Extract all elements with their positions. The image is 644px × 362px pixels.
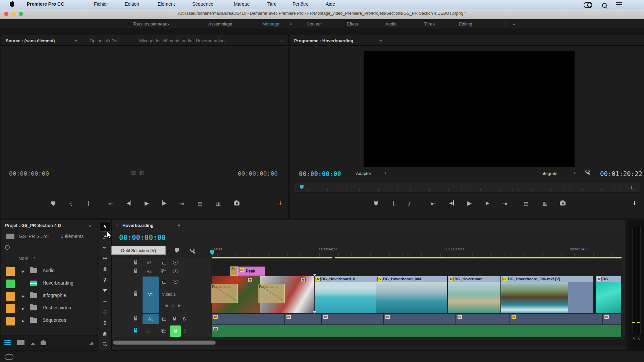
pen-tool-icon[interactable] [102,320,108,325]
label-color-swatch[interactable] [6,280,15,288]
meter-solo-right[interactable]: S [637,337,640,341]
v1-clip-7[interactable]: DG fx [595,276,622,313]
a1-clip-4[interactable]: fx [384,313,456,325]
solo-button-a1[interactable]: S [183,316,186,321]
v1-clip-4[interactable]: DG_Hoverboard_004. fx [376,276,447,313]
workspace-tab-assemblage[interactable]: Assemblage [208,21,232,26]
source-play-icon[interactable]: ▶ [145,200,149,207]
a1-clip-1[interactable]: fx [212,313,285,325]
a2-music-clip[interactable]: fx [212,325,622,338]
menu-aide[interactable]: Aide [326,1,335,7]
label-color-swatch[interactable] [6,317,15,325]
track-label-v2[interactable]: V2 [147,269,152,274]
disclosure-icon[interactable]: ▶ [22,294,24,298]
source-goto-in-icon[interactable]: ⇤ [108,200,113,207]
next-keyframe-icon[interactable]: ▶ [178,303,181,308]
workspace-tab-editing[interactable]: Editing [459,21,472,26]
fit-dropdown[interactable]: Adapter [356,171,371,176]
menu-titre[interactable]: Titre [267,1,276,7]
source-step-fwd-icon[interactable]: ▶ [162,200,167,205]
program-step-back-icon[interactable]: ◀ [449,200,454,205]
track-name-video1[interactable]: Vidéo 1 [162,292,175,297]
track-lock-icon[interactable] [134,270,137,273]
transition-fondu-au-noir[interactable]: Fondu au n [258,284,285,303]
source-panel-menu-icon[interactable]: ≡ [74,39,77,44]
label-color-swatch[interactable] [6,304,15,313]
source-button-editor-icon[interactable]: + [278,199,282,207]
resolution-dropdown-arrow-icon[interactable]: ▼ [573,172,576,175]
bin-label[interactable]: Audio [43,268,55,273]
a1-clip-5[interactable]: fx [456,313,510,325]
track-lock-icon-locked[interactable] [134,330,137,333]
source-patch-v1[interactable]: V1 [143,277,159,313]
v1-clip-6[interactable]: DG_Hoverboard_006.mxf [V] fx [501,276,593,313]
source-dissolve-icon[interactable]: ◧ [139,170,144,176]
tab-effect-controls[interactable]: Options d'effet [90,38,117,43]
slide-tool-icon[interactable] [102,299,108,304]
program-goto-out-icon[interactable]: ⇥ [502,200,507,207]
zoom-tool-icon[interactable] [102,342,108,347]
program-lift-icon[interactable]: ▤ [524,200,529,206]
sync-lock-icon[interactable] [161,317,166,321]
program-settings-wrench-icon[interactable] [585,169,591,175]
sync-lock-icon[interactable] [161,269,166,273]
menu-element[interactable]: Elément [158,1,175,7]
fit-dropdown-arrow-icon[interactable]: ▼ [384,172,387,175]
source-group-overflow[interactable]: » [280,38,283,43]
workspace-menu-icon[interactable]: ≡ [289,21,292,26]
timeline-panel-menu-icon[interactable]: ≡ [177,223,180,228]
workspace-tab-tous-les-panneaux[interactable]: Tous les panneaux [133,21,169,26]
timeline-hscroll-thumb[interactable] [113,341,216,345]
prev-keyframe-icon[interactable]: ◀ [165,303,167,308]
source-patch-a1[interactable]: A1 [143,314,159,324]
bin-label[interactable]: Séquences [43,317,66,323]
source-insert-icon[interactable]: ▤ [198,200,203,206]
program-step-fwd-icon[interactable]: ▶ [485,200,489,205]
workspace-tab-titres[interactable]: Titres [424,21,435,26]
v1-clip-3[interactable]: DG_Hoverboard_0 fx [314,276,376,313]
timeline-tab-close-icon[interactable]: × [116,223,118,228]
a1-clip-7[interactable]: fx [603,313,622,325]
automate-to-sequence-icon[interactable] [41,340,46,345]
menu-fichier[interactable]: Fichier [94,1,108,7]
source-step-back-icon[interactable]: ◀ [126,200,131,205]
program-tc-current[interactable]: 00:00:00:00 [299,170,341,177]
source-goto-out-icon[interactable]: ⇥ [179,200,184,207]
panel-resize-gripper[interactable] [88,342,93,345]
disclosure-icon[interactable]: ▶ [22,269,24,273]
transform-tool-icon[interactable] [102,309,108,315]
program-play-icon[interactable]: ▶ [467,200,472,207]
track-lock-icon[interactable] [134,262,137,264]
workspace-tab-montage[interactable]: Montage [262,21,279,26]
mute-button-a2-active[interactable]: M [170,325,181,337]
a1-clip-6[interactable]: fx [510,313,603,325]
track-output-eye-icon[interactable] [173,280,178,284]
add-keyframe-icon[interactable]: ◇ [171,303,174,308]
sync-lock-icon[interactable] [161,280,166,284]
v2-transition-clip[interactable]: Fo [230,266,238,276]
sync-lock-icon[interactable] [161,261,166,264]
meter-solo-left[interactable]: S [633,337,635,341]
track-label-a2[interactable]: A2 [145,329,150,334]
creative-cloud-icon[interactable] [584,2,592,8]
source-mark-out-icon[interactable]: } [88,200,89,206]
source-mark-in-icon[interactable]: { [70,200,72,206]
v2-title-clip-peak[interactable]: fx Peak [238,266,265,276]
program-button-editor-icon[interactable]: + [632,199,637,207]
creative-cloud-sync-icon[interactable] [5,354,13,360]
v1-clip-5[interactable]: DG_Hoverboar fx [447,276,501,313]
tab-source[interactable]: Source : (sans élément) [6,38,55,43]
program-export-frame-icon[interactable] [560,201,566,205]
disclosure-icon[interactable]: ▶ [22,319,24,323]
workspace-tab-couleur[interactable]: Couleur [307,21,322,26]
track-output-eye-icon[interactable] [173,261,178,264]
workspace-tab-effets[interactable]: Effets [347,21,358,26]
hand-tool-icon[interactable] [102,331,108,336]
timeline-tab-label[interactable]: Hoverboarding [122,223,153,228]
tab-program[interactable]: Programme : Hoverboarding [294,38,353,43]
track-output-eye-icon[interactable] [173,269,178,273]
sort-ascending-icon[interactable]: ∧ [33,256,36,260]
track-label-v3[interactable]: V3 [147,260,152,265]
icon-view-icon[interactable] [17,340,24,345]
app-menu[interactable]: Premiere Pro CC [27,1,64,7]
